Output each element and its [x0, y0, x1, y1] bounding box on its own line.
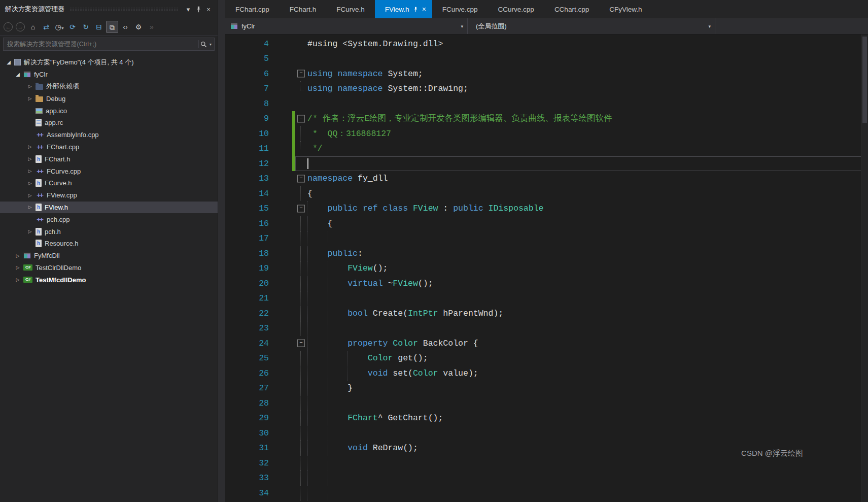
fold-collapse-icon[interactable] [295, 111, 307, 126]
tree-item-row-2[interactable]: ▷外部依赖项 [0, 81, 218, 93]
code-line[interactable]: 7using namespace System::Drawing; [225, 81, 868, 96]
explorer-scrollbar[interactable] [218, 0, 225, 502]
refresh-icon[interactable]: ⟳ [66, 21, 79, 33]
tab-fview-h[interactable]: FView.h× [375, 0, 432, 18]
tree-item-fview-cpp[interactable]: ▷++FView.cpp [0, 189, 218, 202]
code-line[interactable]: 13namespace fy_dll [225, 171, 868, 186]
code-line[interactable]: 6using namespace System; [225, 66, 868, 82]
tree-item-fview-h[interactable]: ▷hFView.h [0, 202, 218, 214]
code-line[interactable]: 34 [225, 486, 868, 501]
code-line[interactable]: 11 */ [225, 141, 868, 156]
code-line[interactable]: 19 FView(); [225, 261, 868, 276]
tree-item-fyclr[interactable]: ◢fyClr [0, 69, 218, 81]
code-line[interactable]: 4#using <System.Drawing.dll> [225, 37, 868, 52]
tree-item-fchart-cpp[interactable]: ▷++FChart.cpp [0, 141, 218, 153]
code-line[interactable]: 28 [225, 396, 868, 411]
pin-icon[interactable] [193, 4, 203, 14]
code-line[interactable]: 8 [225, 96, 868, 112]
tree-item-testclrdlldemo[interactable]: ▷C#TestClrDllDemo [0, 262, 218, 274]
tab-close-icon[interactable]: × [422, 6, 426, 13]
code-line[interactable]: 27 } [225, 381, 868, 396]
tree-item-resource-h[interactable]: hResource.h [0, 238, 218, 250]
code-line[interactable]: 22 bool Create(IntPtr hParentWnd); [225, 306, 868, 321]
code-line[interactable]: 29 FChart^ GetChart(); [225, 411, 868, 426]
expand-arrow-icon[interactable]: ▷ [13, 265, 22, 270]
close-icon[interactable]: × [203, 4, 214, 14]
expand-arrow-icon[interactable]: ▷ [25, 193, 34, 198]
editor-scrollbar[interactable] [861, 35, 868, 502]
fold-collapse-icon[interactable] [295, 201, 307, 216]
expand-arrow-icon[interactable]: ▷ [25, 144, 34, 149]
type-scope-dropdown[interactable]: (全局范围) ▾ [468, 18, 715, 34]
tab-fcurve-h[interactable]: FCurve.h [326, 0, 375, 18]
code-line[interactable]: 33 [225, 471, 868, 486]
search-input[interactable] [4, 41, 198, 48]
drag-grip[interactable] [70, 8, 178, 11]
tree-item-app-rc[interactable]: app.rc [0, 117, 218, 129]
refresh-view-icon[interactable]: ↻ [80, 21, 92, 33]
fold-collapse-icon[interactable] [295, 66, 307, 82]
tree-item-app-ico[interactable]: app.ico [0, 105, 218, 117]
expand-arrow-icon[interactable]: ▷ [25, 96, 34, 101]
code-line[interactable]: 17 [225, 231, 868, 246]
code-line[interactable]: 12 [225, 156, 868, 172]
collapse-arrow-icon[interactable]: ◢ [4, 59, 13, 65]
expand-arrow-icon[interactable]: ▷ [13, 277, 22, 282]
code-line[interactable]: 14{ [225, 186, 868, 202]
sync-with-active-document-icon[interactable]: ⇄ [40, 21, 52, 33]
collapse-arrow-icon[interactable]: ◢ [13, 72, 22, 77]
code-line[interactable]: 10 * QQ：316868127 [225, 126, 868, 142]
tree-item-fcurve-h[interactable]: ▷hFCurve.h [0, 177, 218, 189]
project-scope-dropdown[interactable]: fyClr ▾ [225, 18, 468, 34]
expand-arrow-icon[interactable]: ▷ [25, 84, 34, 89]
tab-pin-icon[interactable] [413, 7, 419, 12]
code-line[interactable]: 15 public ref class FView : public IDisp… [225, 201, 868, 216]
tab-cchart-cpp[interactable]: CChart.cpp [544, 0, 599, 18]
tree-item-fymfcdll[interactable]: ▷FyMfcDll [0, 250, 218, 262]
expand-arrow-icon[interactable]: ▷ [25, 156, 34, 161]
tab-fcurve-cpp[interactable]: FCurve.cpp [432, 0, 488, 18]
code-line[interactable]: 26 void set(Color value); [225, 366, 868, 381]
window-position-icon[interactable]: ▾ [183, 4, 193, 14]
member-scope-dropdown[interactable] [715, 18, 868, 34]
collapse-all-icon[interactable]: ⊟ [93, 21, 105, 33]
code-line[interactable]: 20 virtual ~FView(); [225, 276, 868, 291]
code-line[interactable]: 30 [225, 426, 868, 441]
fold-collapse-icon[interactable] [295, 336, 307, 351]
tab-fchart-cpp[interactable]: FChart.cpp [225, 0, 280, 18]
tab-fchart-h[interactable]: FChart.h [280, 0, 327, 18]
pending-changes-filter-icon[interactable]: ◷▾ [53, 21, 65, 33]
code-area[interactable]: 34#using <System.Drawing.dll>56using nam… [225, 35, 868, 502]
tree-item-fchart-h[interactable]: ▷hFChart.h [0, 153, 218, 165]
toolbar-overflow-icon[interactable]: » [146, 21, 158, 33]
search-icon[interactable] [199, 39, 209, 49]
code-line[interactable]: 25 Color get(); [225, 351, 868, 366]
expand-arrow-icon[interactable]: ▷ [13, 253, 22, 258]
tab-ccurve-cpp[interactable]: CCurve.cpp [488, 0, 544, 18]
scrollbar-thumb[interactable] [862, 37, 867, 123]
back-icon[interactable]: ← [4, 22, 13, 31]
code-line[interactable]: 18 public: [225, 246, 868, 261]
expand-arrow-icon[interactable]: ▷ [25, 169, 34, 174]
search-options-dropdown-icon[interactable]: ▾ [209, 42, 214, 47]
expand-arrow-icon[interactable]: ▷ [25, 181, 34, 186]
code-line[interactable]: 24 property Color BackColor { [225, 336, 868, 351]
tree-item-fydemo-4-4[interactable]: ◢解决方案"FyDemo"(4 个项目, 共 4 个) [0, 56, 218, 69]
view-code-icon[interactable]: ‹› [119, 21, 131, 33]
tree-item-testmfcdlldemo[interactable]: ▷C#TestMfcdllDemo [0, 274, 218, 286]
expand-arrow-icon[interactable]: ▷ [25, 205, 34, 210]
code-line[interactable]: 9/* 作者：浮云E绘图，专业定制开发各类图形编辑器、负责曲线、报表等绘图软件 [225, 111, 868, 126]
tree-item-assemblyinfo-cpp[interactable]: ++AssemblyInfo.cpp [0, 129, 218, 141]
show-all-files-icon[interactable]: ⧉ [106, 21, 118, 33]
code-line[interactable]: 5 [225, 51, 868, 66]
tree-item-fcurve-cpp[interactable]: ▷++FCurve.cpp [0, 165, 218, 177]
tree-item-pch-cpp[interactable]: ++pch.cpp [0, 213, 218, 225]
tree-item-debug[interactable]: ▷Debug [0, 92, 218, 105]
expand-arrow-icon[interactable]: ▷ [25, 229, 34, 234]
code-line[interactable]: 23 [225, 321, 868, 336]
tree-item-pch-h[interactable]: ▷hpch.h [0, 225, 218, 238]
properties-wrench-icon[interactable]: ⚙ [132, 21, 145, 33]
code-line[interactable]: 16 { [225, 216, 868, 231]
forward-icon[interactable]: → [16, 22, 25, 31]
code-line[interactable]: 21 [225, 291, 868, 306]
